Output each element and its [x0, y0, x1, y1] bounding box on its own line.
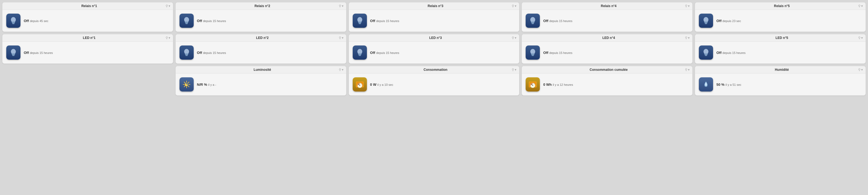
device-info-led2: Off depuis 15 heures	[197, 51, 226, 55]
svg-line-79	[184, 86, 185, 87]
pin-icon[interactable]: ⚲	[165, 4, 168, 8]
card-header-actions[interactable]: ⚲ ▾	[685, 4, 690, 8]
status-label-relais3: Off	[370, 19, 375, 23]
pin-icon[interactable]: ⚲	[512, 4, 514, 8]
chevron-icon[interactable]: ▾	[342, 36, 343, 40]
card-header-actions[interactable]: ⚲ ▾	[512, 4, 516, 8]
card-header-actions[interactable]: ⚲ ▾	[512, 36, 516, 40]
card-title-consommation-cumulee: Consommation cumulée	[532, 68, 685, 72]
pin-icon[interactable]: ⚲	[339, 36, 341, 40]
svg-rect-59	[532, 55, 534, 56]
card-led4: LED n°4 ⚲ ▾ Off depuis 15 heures	[522, 34, 692, 64]
pin-icon[interactable]: ⚲	[858, 4, 861, 8]
pin-icon[interactable]: ⚲	[339, 68, 341, 72]
card-relais1: Relais n°1 ⚲ ▾ Off depuis 45 sec	[2, 2, 173, 32]
svg-rect-52	[359, 55, 361, 56]
chevron-icon[interactable]: ▾	[688, 36, 690, 40]
pin-icon[interactable]: ⚲	[339, 4, 341, 8]
chevron-icon[interactable]: ▾	[342, 4, 343, 8]
card-body-relais4: Off depuis 15 heures	[522, 10, 692, 32]
card-header-actions[interactable]: ⚲ ▾	[685, 36, 690, 40]
pin-icon[interactable]: ⚲	[858, 68, 861, 72]
card-header-actions[interactable]: ⚲ ▾	[165, 4, 170, 8]
status-label-consommation: 0 W	[370, 82, 376, 87]
card-title-led5: LED n°5	[706, 36, 858, 40]
card-body-led2: Off depuis 15 heures	[176, 42, 346, 64]
chevron-icon[interactable]: ▾	[168, 4, 170, 8]
device-status-led5: Off depuis 15 heures	[716, 51, 746, 55]
card-header-actions[interactable]: ⚲ ▾	[339, 68, 343, 72]
chevron-icon[interactable]: ▾	[688, 68, 690, 72]
chevron-icon[interactable]: ▾	[861, 4, 863, 8]
card-luminosite: Luminosité ⚲ ▾ N/R % il y a -	[176, 66, 346, 95]
card-header-actions[interactable]: ⚲ ▾	[339, 4, 343, 8]
device-status-relais2: Off depuis 15 heures	[197, 19, 226, 23]
since-label-led4: depuis 15 heures	[549, 51, 572, 54]
chevron-icon[interactable]: ▾	[515, 4, 516, 8]
card-relais2: Relais n°2 ⚲ ▾ Off depuis 15 heures	[176, 2, 346, 32]
chevron-icon[interactable]: ▾	[861, 36, 863, 40]
device-info-led5: Off depuis 15 heures	[716, 51, 746, 55]
card-header-led4: LED n°4 ⚲ ▾	[522, 34, 692, 42]
pin-icon[interactable]: ⚲	[685, 68, 687, 72]
card-body-consommation: 0 W il y a 10 sec	[349, 74, 519, 95]
chevron-icon[interactable]: ▾	[342, 68, 343, 72]
chevron-icon[interactable]: ▾	[861, 68, 863, 72]
card-led2: LED n°2 ⚲ ▾ Off depuis 15 heures	[176, 34, 346, 64]
device-info-humidite: 50 % il y a 51 sec	[716, 82, 741, 87]
card-title-led1: LED n°1	[13, 36, 165, 40]
card-header-humidite: Humidité ⚲ ▾	[695, 66, 866, 74]
card-header-actions[interactable]: ⚲ ▾	[858, 68, 863, 72]
device-icon-relais5	[699, 14, 713, 28]
pin-icon[interactable]: ⚲	[685, 4, 687, 8]
card-led3: LED n°3 ⚲ ▾ Off depuis 15 heures	[349, 34, 520, 64]
empty-cell	[2, 66, 173, 95]
svg-line-77	[188, 86, 189, 87]
device-icon-led4	[526, 45, 540, 60]
card-title-consommation: Consommation	[359, 68, 512, 72]
svg-rect-3	[12, 24, 14, 24]
svg-rect-10	[185, 24, 187, 24]
device-icon-led2	[180, 45, 194, 60]
card-header-actions[interactable]: ⚲ ▾	[512, 68, 516, 72]
since-label-luminosite: il y a -	[208, 83, 216, 86]
since-label-relais2: depuis 15 heures	[203, 20, 226, 23]
device-status-consommation: 0 W il y a 10 sec	[370, 82, 393, 87]
pin-icon[interactable]: ⚲	[858, 36, 861, 40]
svg-point-89	[532, 85, 533, 86]
chevron-icon[interactable]: ▾	[515, 68, 516, 72]
card-consommation-cumulee: Consommation cumulée ⚲ ▾ 0 Wh il y a 12 …	[522, 66, 692, 95]
pin-icon[interactable]: ⚲	[685, 36, 687, 40]
card-header-luminosite: Luminosité ⚲ ▾	[176, 66, 346, 74]
pin-icon[interactable]: ⚲	[165, 36, 168, 40]
card-title-relais2: Relais n°2	[186, 4, 339, 8]
device-icon-relais2	[180, 14, 194, 28]
chevron-icon[interactable]: ▾	[515, 36, 516, 40]
card-relais4: Relais n°4 ⚲ ▾ Off depuis 15 heures	[522, 2, 692, 32]
chevron-icon[interactable]: ▾	[688, 4, 690, 8]
card-header-actions[interactable]: ⚲ ▾	[165, 36, 170, 40]
status-label-led2: Off	[197, 51, 202, 55]
device-status-luminosite: N/R % il y a -	[197, 82, 216, 87]
pin-icon[interactable]: ⚲	[512, 36, 514, 40]
card-header-actions[interactable]: ⚲ ▾	[685, 68, 690, 72]
device-info-relais3: Off depuis 15 heures	[370, 19, 399, 23]
svg-rect-45	[185, 55, 187, 56]
status-label-relais1: Off	[24, 19, 29, 23]
card-body-relais2: Off depuis 15 heures	[176, 10, 346, 32]
status-label-led3: Off	[370, 51, 375, 55]
pin-icon[interactable]: ⚲	[512, 68, 514, 72]
svg-line-76	[184, 82, 185, 83]
svg-point-84	[359, 85, 360, 86]
chevron-icon[interactable]: ▾	[168, 36, 170, 40]
device-info-led4: Off depuis 15 heures	[543, 51, 572, 55]
device-info-relais5: Off depuis 23 sec	[716, 19, 741, 23]
card-header-relais5: Relais n°5 ⚲ ▾	[695, 2, 866, 10]
card-header-actions[interactable]: ⚲ ▾	[858, 36, 863, 40]
svg-rect-16	[359, 23, 361, 24]
card-header-actions[interactable]: ⚲ ▾	[858, 4, 863, 8]
device-info-relais4: Off depuis 15 heures	[543, 19, 572, 23]
card-header-actions[interactable]: ⚲ ▾	[339, 36, 343, 40]
card-body-relais3: Off depuis 15 heures	[349, 10, 519, 32]
status-label-relais5: Off	[716, 19, 721, 23]
